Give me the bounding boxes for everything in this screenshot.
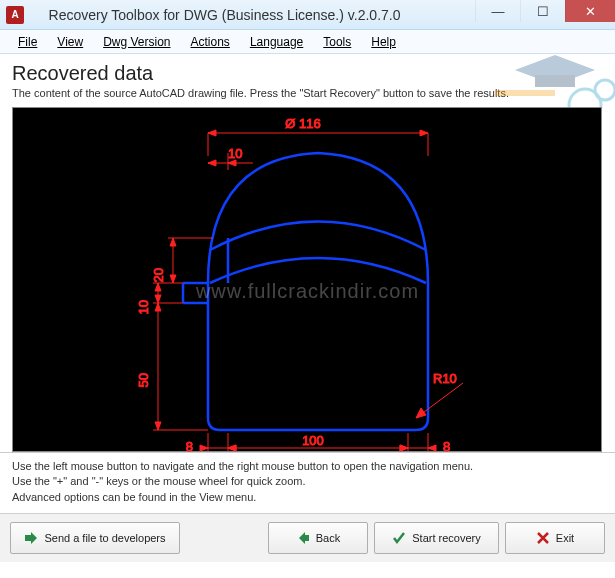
menu-view-label: View bbox=[57, 35, 83, 49]
menu-bar: File View Dwg Version Actions Language T… bbox=[0, 30, 615, 54]
dim-100: 100 bbox=[302, 433, 324, 448]
menu-tools-label: Tools bbox=[323, 35, 351, 49]
dim-8-right: 8 bbox=[443, 439, 450, 453]
instruction-line-1: Use the left mouse button to navigate an… bbox=[12, 459, 603, 474]
dim-10-top: 10 bbox=[228, 146, 242, 161]
menu-language-label: Language bbox=[250, 35, 303, 49]
minimize-button[interactable]: — bbox=[475, 0, 520, 22]
svg-marker-24 bbox=[155, 303, 161, 311]
dim-20: 20 bbox=[151, 268, 166, 282]
send-button-label: Send a file to developers bbox=[44, 532, 165, 544]
content-area: Recovered data The content of the source… bbox=[0, 54, 615, 452]
instructions: Use the left mouse button to navigate an… bbox=[0, 452, 615, 514]
svg-marker-38 bbox=[428, 445, 436, 451]
menu-tools[interactable]: Tools bbox=[315, 33, 359, 51]
dim-50: 50 bbox=[136, 373, 151, 387]
exit-button-label: Exit bbox=[556, 532, 574, 544]
svg-marker-16 bbox=[170, 275, 176, 283]
menu-help[interactable]: Help bbox=[363, 33, 404, 51]
window-controls: — ☐ ✕ bbox=[475, 0, 615, 29]
button-bar: Send a file to developers Back Start rec… bbox=[0, 514, 615, 562]
menu-view[interactable]: View bbox=[49, 33, 91, 51]
send-icon bbox=[24, 531, 38, 545]
exit-icon bbox=[536, 531, 550, 545]
cad-drawing: Ø 116 10 20 10 bbox=[13, 108, 603, 453]
start-button-label: Start recovery bbox=[412, 532, 480, 544]
window-title: Recovery Toolbox for DWG (Business Licen… bbox=[34, 7, 475, 23]
instruction-line-2: Use the "+" and "-" keys or the mouse wh… bbox=[12, 474, 603, 489]
drawing-canvas[interactable]: Ø 116 10 20 10 bbox=[12, 107, 602, 452]
dim-diameter: Ø 116 bbox=[285, 116, 320, 131]
start-recovery-button[interactable]: Start recovery bbox=[374, 522, 499, 554]
back-arrow-icon bbox=[296, 531, 310, 545]
menu-file-label: File bbox=[18, 35, 37, 49]
svg-marker-25 bbox=[155, 422, 161, 430]
svg-marker-11 bbox=[208, 160, 216, 166]
title-bar: A Recovery Toolbox for DWG (Business Lic… bbox=[0, 0, 615, 30]
svg-marker-32 bbox=[228, 445, 236, 451]
svg-marker-20 bbox=[155, 283, 161, 291]
app-icon: A bbox=[6, 6, 24, 24]
send-to-developers-button[interactable]: Send a file to developers bbox=[10, 522, 180, 554]
check-icon bbox=[392, 531, 406, 545]
menu-actions-label: Actions bbox=[191, 35, 230, 49]
svg-marker-37 bbox=[400, 445, 408, 451]
svg-marker-7 bbox=[208, 130, 216, 136]
svg-marker-15 bbox=[170, 238, 176, 246]
exit-button[interactable]: Exit bbox=[505, 522, 605, 554]
svg-marker-40 bbox=[416, 408, 426, 418]
menu-help-label: Help bbox=[371, 35, 396, 49]
menu-dwg[interactable]: Dwg Version bbox=[95, 33, 178, 51]
svg-marker-8 bbox=[420, 130, 428, 136]
menu-file[interactable]: File bbox=[10, 33, 45, 51]
back-button-label: Back bbox=[316, 532, 340, 544]
svg-marker-29 bbox=[200, 445, 208, 451]
dim-radius: R10 bbox=[433, 371, 457, 386]
menu-language[interactable]: Language bbox=[242, 33, 311, 51]
close-button[interactable]: ✕ bbox=[565, 0, 615, 22]
back-button[interactable]: Back bbox=[268, 522, 368, 554]
instruction-line-3: Advanced options can be found in the Vie… bbox=[12, 490, 603, 505]
page-title: Recovered data bbox=[12, 62, 603, 85]
maximize-button[interactable]: ☐ bbox=[520, 0, 565, 22]
dim-8-left: 8 bbox=[186, 439, 193, 453]
dim-10-side: 10 bbox=[136, 300, 151, 314]
menu-dwg-label: Dwg Version bbox=[103, 35, 170, 49]
menu-actions[interactable]: Actions bbox=[183, 33, 238, 51]
page-subtitle: The content of the source AutoCAD drawin… bbox=[12, 87, 603, 99]
